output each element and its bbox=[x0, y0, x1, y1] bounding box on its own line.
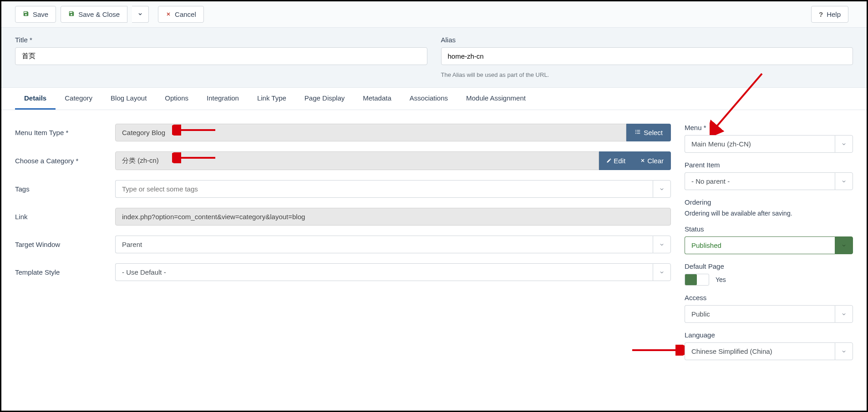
tab-page-display[interactable]: Page Display bbox=[295, 88, 354, 110]
menu-item-type-label: Menu Item Type * bbox=[15, 129, 106, 136]
tab-associations[interactable]: Associations bbox=[401, 88, 457, 110]
status-caret[interactable] bbox=[835, 236, 853, 254]
save-icon bbox=[68, 10, 75, 18]
default-page-label: Default Page bbox=[685, 262, 853, 270]
alias-label: Alias bbox=[441, 36, 853, 44]
tags-label: Tags bbox=[15, 185, 106, 193]
access-field: Access Public bbox=[685, 294, 853, 323]
link-row: Link index.php?option=com_content&view=c… bbox=[15, 208, 671, 226]
target-window-caret[interactable] bbox=[653, 236, 671, 253]
svg-rect-4 bbox=[635, 131, 636, 132]
svg-rect-3 bbox=[637, 130, 640, 131]
title-input[interactable] bbox=[15, 47, 427, 65]
choose-category-value: 分类 (zh-cn) bbox=[115, 151, 599, 170]
clear-button[interactable]: Clear bbox=[633, 151, 671, 170]
save-close-button[interactable]: Save & Close bbox=[61, 6, 127, 23]
template-style-row: Template Style - Use Default - bbox=[15, 263, 671, 281]
tab-module-assignment[interactable]: Module Assignment bbox=[457, 88, 535, 110]
form-left: Menu Item Type * Category Blog Select Ch… bbox=[15, 124, 671, 360]
svg-rect-7 bbox=[637, 133, 640, 134]
parent-item-label: Parent Item bbox=[685, 161, 853, 169]
save-close-label: Save & Close bbox=[78, 10, 120, 18]
template-style-label: Template Style bbox=[15, 268, 106, 276]
tab-blog-layout[interactable]: Blog Layout bbox=[102, 88, 156, 110]
default-page-field: Default Page Yes bbox=[685, 262, 853, 286]
tags-caret[interactable] bbox=[653, 180, 671, 198]
save-dropdown-button[interactable] bbox=[132, 6, 149, 23]
tab-link-type[interactable]: Link Type bbox=[248, 88, 295, 110]
svg-rect-2 bbox=[635, 130, 636, 131]
choose-category-ctrl: 分类 (zh-cn) Edit Clear bbox=[115, 151, 671, 170]
cancel-button[interactable]: Cancel bbox=[158, 6, 204, 23]
link-label: Link bbox=[15, 213, 106, 221]
access-label: Access bbox=[685, 294, 853, 301]
language-select: Chinese Simplified (China) bbox=[685, 342, 853, 360]
alias-input[interactable] bbox=[441, 47, 853, 65]
svg-rect-5 bbox=[637, 131, 640, 132]
language-value[interactable]: Chinese Simplified (China) bbox=[685, 342, 835, 360]
target-window-value[interactable]: Parent bbox=[115, 236, 653, 253]
cancel-label: Cancel bbox=[175, 10, 196, 18]
tab-metadata[interactable]: Metadata bbox=[354, 88, 401, 110]
parent-item-value[interactable]: - No parent - bbox=[685, 172, 835, 190]
x-icon bbox=[640, 157, 645, 165]
menu-item-type-value: Category Blog bbox=[115, 124, 626, 141]
ordering-text: Ordering will be available after saving. bbox=[685, 210, 853, 217]
language-label: Language bbox=[685, 331, 853, 339]
toolbar: Save Save & Close Cancel ? Help bbox=[1, 1, 867, 28]
toggle-knob bbox=[685, 274, 697, 285]
tab-category[interactable]: Category bbox=[56, 88, 102, 110]
tab-options[interactable]: Options bbox=[156, 88, 198, 110]
clear-label: Clear bbox=[647, 157, 664, 165]
save-button[interactable]: Save bbox=[15, 6, 56, 23]
tags-row: Tags bbox=[15, 180, 671, 198]
menu-label: Menu * bbox=[685, 124, 853, 131]
pencil-icon bbox=[606, 157, 612, 165]
target-window-label: Target Window bbox=[15, 241, 106, 248]
status-label: Status bbox=[685, 225, 853, 233]
menu-caret[interactable] bbox=[835, 135, 853, 153]
tags-ctrl bbox=[115, 180, 671, 198]
default-page-value: Yes bbox=[716, 276, 726, 283]
alias-field: Alias The Alias will be used as part of … bbox=[441, 36, 853, 78]
help-label: Help bbox=[827, 10, 841, 18]
tab-details[interactable]: Details bbox=[15, 88, 56, 110]
svg-rect-6 bbox=[635, 133, 636, 134]
chevron-down-icon bbox=[137, 10, 143, 18]
menu-item-type-select-button[interactable]: Select bbox=[626, 124, 671, 141]
status-value[interactable]: Published bbox=[685, 236, 835, 254]
template-style-caret[interactable] bbox=[653, 263, 671, 281]
help-button[interactable]: ? Help bbox=[811, 6, 848, 23]
save-icon bbox=[23, 10, 29, 18]
menu-select: Main Menu (zh-CN) bbox=[685, 135, 853, 153]
status-select: Published bbox=[685, 236, 853, 254]
access-caret[interactable] bbox=[835, 305, 853, 323]
template-style-value[interactable]: - Use Default - bbox=[115, 263, 653, 281]
list-icon bbox=[635, 129, 641, 136]
edit-button[interactable]: Edit bbox=[599, 151, 633, 170]
access-value[interactable]: Public bbox=[685, 305, 835, 323]
title-label: Title * bbox=[15, 36, 427, 44]
parent-item-field: Parent Item - No parent - bbox=[685, 161, 853, 190]
tags-input[interactable] bbox=[115, 180, 653, 198]
link-ctrl: index.php?option=com_content&view=catego… bbox=[115, 208, 671, 226]
menu-item-type-ctrl: Category Blog Select bbox=[115, 124, 671, 141]
target-window-ctrl: Parent bbox=[115, 236, 671, 253]
link-value: index.php?option=com_content&view=catego… bbox=[115, 208, 671, 226]
menu-item-type-row: Menu Item Type * Category Blog Select bbox=[15, 124, 671, 141]
choose-category-row: Choose a Category * 分类 (zh-cn) Edit Clea… bbox=[15, 151, 671, 170]
parent-item-caret[interactable] bbox=[835, 172, 853, 190]
save-close-group: Save & Close bbox=[61, 6, 153, 23]
default-page-toggle-row: Yes bbox=[685, 274, 853, 286]
target-window-row: Target Window Parent bbox=[15, 236, 671, 253]
status-field: Status Published bbox=[685, 225, 853, 254]
save-label: Save bbox=[33, 10, 48, 18]
parent-item-select: - No parent - bbox=[685, 172, 853, 190]
ordering-field: Ordering Ordering will be available afte… bbox=[685, 198, 853, 217]
tab-integration[interactable]: Integration bbox=[198, 88, 248, 110]
choose-category-label: Choose a Category * bbox=[15, 157, 106, 165]
form-area: Menu Item Type * Category Blog Select Ch… bbox=[1, 110, 867, 374]
language-caret[interactable] bbox=[835, 342, 853, 360]
default-page-toggle[interactable] bbox=[685, 274, 709, 286]
menu-value[interactable]: Main Menu (zh-CN) bbox=[685, 135, 835, 153]
